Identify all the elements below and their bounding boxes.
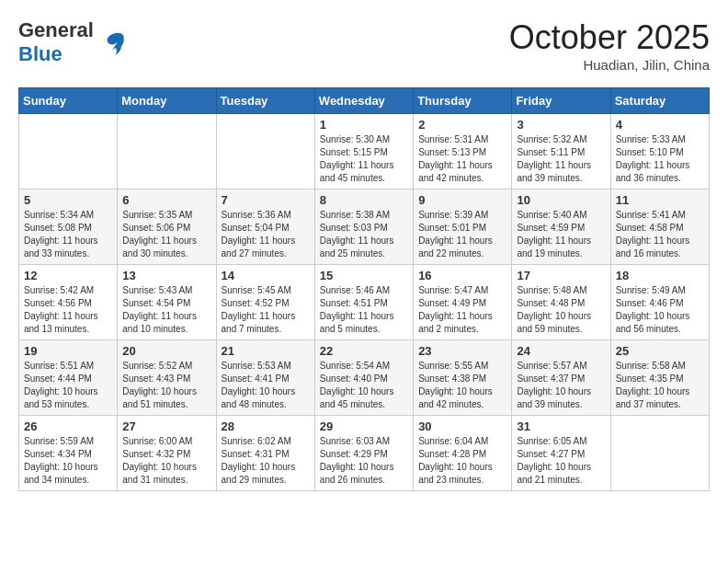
day-number: 19 (24, 344, 112, 358)
day-info: Sunrise: 5:35 AM Sunset: 5:06 PM Dayligh… (122, 209, 210, 260)
calendar-cell: 13Sunrise: 5:43 AM Sunset: 4:54 PM Dayli… (118, 265, 216, 340)
day-number: 26 (24, 419, 112, 433)
calendar-cell: 17Sunrise: 5:48 AM Sunset: 4:48 PM Dayli… (512, 265, 610, 340)
calendar-cell: 23Sunrise: 5:55 AM Sunset: 4:38 PM Dayli… (414, 340, 512, 416)
day-info: Sunrise: 5:53 AM Sunset: 4:41 PM Dayligh… (222, 360, 310, 411)
calendar-cell: 15Sunrise: 5:46 AM Sunset: 4:51 PM Dayli… (314, 265, 413, 340)
day-info: Sunrise: 5:40 AM Sunset: 4:59 PM Dayligh… (517, 209, 605, 260)
day-number: 18 (616, 269, 704, 282)
logo-bird-icon (97, 28, 127, 57)
day-info: Sunrise: 5:57 AM Sunset: 4:37 PM Dayligh… (517, 360, 605, 411)
day-number: 11 (616, 193, 704, 207)
calendar-cell (118, 114, 216, 190)
day-number: 2 (418, 118, 506, 132)
day-info: Sunrise: 5:36 AM Sunset: 5:04 PM Dayligh… (222, 209, 310, 260)
weekday-header-friday: Friday (512, 88, 610, 114)
day-number: 6 (122, 193, 210, 207)
calendar-week-3: 12Sunrise: 5:42 AM Sunset: 4:56 PM Dayli… (19, 265, 710, 340)
calendar-cell: 1Sunrise: 5:30 AM Sunset: 5:15 PM Daylig… (314, 114, 413, 190)
calendar-cell: 6Sunrise: 5:35 AM Sunset: 5:06 PM Daylig… (118, 190, 216, 265)
weekday-header-tuesday: Tuesday (216, 88, 314, 114)
day-info: Sunrise: 5:55 AM Sunset: 4:38 PM Dayligh… (418, 360, 506, 411)
day-number: 27 (122, 419, 210, 433)
day-info: Sunrise: 5:59 AM Sunset: 4:34 PM Dayligh… (24, 435, 112, 487)
calendar-cell: 2Sunrise: 5:31 AM Sunset: 5:13 PM Daylig… (414, 114, 512, 190)
calendar-cell: 16Sunrise: 5:47 AM Sunset: 4:49 PM Dayli… (414, 265, 512, 340)
calendar-cell: 12Sunrise: 5:42 AM Sunset: 4:56 PM Dayli… (19, 265, 118, 340)
calendar-cell: 14Sunrise: 5:45 AM Sunset: 4:52 PM Dayli… (216, 265, 314, 340)
day-number: 4 (616, 118, 704, 132)
calendar-week-4: 19Sunrise: 5:51 AM Sunset: 4:44 PM Dayli… (19, 340, 710, 416)
day-number: 15 (320, 269, 408, 282)
day-info: Sunrise: 5:48 AM Sunset: 4:48 PM Dayligh… (517, 284, 605, 336)
weekday-row: SundayMondayTuesdayWednesdayThursdayFrid… (19, 88, 710, 114)
day-info: Sunrise: 5:54 AM Sunset: 4:40 PM Dayligh… (320, 360, 408, 411)
weekday-header-thursday: Thursday (414, 88, 512, 114)
day-number: 31 (517, 419, 605, 433)
day-number: 30 (418, 419, 506, 433)
day-number: 14 (222, 269, 310, 282)
day-number: 13 (122, 269, 210, 282)
day-number: 24 (517, 344, 605, 358)
day-number: 8 (320, 193, 408, 207)
calendar-cell: 4Sunrise: 5:33 AM Sunset: 5:10 PM Daylig… (610, 114, 709, 190)
location: Huadian, Jilin, China (509, 57, 710, 73)
day-number: 7 (222, 193, 310, 207)
calendar-cell: 11Sunrise: 5:41 AM Sunset: 4:58 PM Dayli… (610, 190, 709, 265)
calendar-table: SundayMondayTuesdayWednesdayThursdayFrid… (18, 87, 710, 491)
day-info: Sunrise: 6:03 AM Sunset: 4:29 PM Dayligh… (320, 435, 408, 487)
day-number: 17 (517, 269, 605, 282)
calendar-week-2: 5Sunrise: 5:34 AM Sunset: 5:08 PM Daylig… (19, 190, 710, 265)
calendar-cell: 18Sunrise: 5:49 AM Sunset: 4:46 PM Dayli… (610, 265, 709, 340)
logo: General Blue (18, 18, 127, 66)
calendar-week-1: 1Sunrise: 5:30 AM Sunset: 5:15 PM Daylig… (19, 114, 710, 190)
day-number: 10 (517, 193, 605, 207)
day-info: Sunrise: 5:42 AM Sunset: 4:56 PM Dayligh… (24, 284, 112, 336)
calendar-cell: 24Sunrise: 5:57 AM Sunset: 4:37 PM Dayli… (512, 340, 610, 416)
day-info: Sunrise: 5:34 AM Sunset: 5:08 PM Dayligh… (24, 209, 112, 260)
weekday-header-sunday: Sunday (19, 88, 118, 114)
calendar-header: SundayMondayTuesdayWednesdayThursdayFrid… (19, 88, 710, 114)
day-info: Sunrise: 5:52 AM Sunset: 4:43 PM Dayligh… (122, 360, 210, 411)
day-info: Sunrise: 5:33 AM Sunset: 5:10 PM Dayligh… (616, 133, 704, 185)
day-number: 22 (320, 344, 408, 358)
calendar-cell: 28Sunrise: 6:02 AM Sunset: 4:31 PM Dayli… (216, 416, 314, 491)
day-number: 3 (517, 118, 605, 132)
calendar-week-5: 26Sunrise: 5:59 AM Sunset: 4:34 PM Dayli… (19, 416, 710, 491)
calendar-cell: 5Sunrise: 5:34 AM Sunset: 5:08 PM Daylig… (19, 190, 118, 265)
day-info: Sunrise: 5:32 AM Sunset: 5:11 PM Dayligh… (517, 133, 605, 185)
calendar-cell: 22Sunrise: 5:54 AM Sunset: 4:40 PM Dayli… (314, 340, 413, 416)
day-number: 5 (24, 193, 112, 207)
month-title: October 2025 (509, 18, 710, 57)
day-number: 16 (418, 269, 506, 282)
day-info: Sunrise: 5:51 AM Sunset: 4:44 PM Dayligh… (24, 360, 112, 411)
calendar-cell: 25Sunrise: 5:58 AM Sunset: 4:35 PM Dayli… (610, 340, 709, 416)
calendar-cell: 7Sunrise: 5:36 AM Sunset: 5:04 PM Daylig… (216, 190, 314, 265)
day-info: Sunrise: 5:30 AM Sunset: 5:15 PM Dayligh… (320, 133, 408, 185)
day-info: Sunrise: 5:38 AM Sunset: 5:03 PM Dayligh… (320, 209, 408, 260)
day-number: 25 (616, 344, 704, 358)
calendar-cell (19, 114, 118, 190)
day-info: Sunrise: 5:46 AM Sunset: 4:51 PM Dayligh… (320, 284, 408, 336)
calendar-cell: 3Sunrise: 5:32 AM Sunset: 5:11 PM Daylig… (512, 114, 610, 190)
day-info: Sunrise: 6:00 AM Sunset: 4:32 PM Dayligh… (122, 435, 210, 487)
day-info: Sunrise: 5:45 AM Sunset: 4:52 PM Dayligh… (222, 284, 310, 336)
day-info: Sunrise: 5:43 AM Sunset: 4:54 PM Dayligh… (122, 284, 210, 336)
day-number: 1 (320, 118, 408, 132)
day-info: Sunrise: 5:47 AM Sunset: 4:49 PM Dayligh… (418, 284, 506, 336)
calendar-cell: 29Sunrise: 6:03 AM Sunset: 4:29 PM Dayli… (314, 416, 413, 491)
calendar-cell: 8Sunrise: 5:38 AM Sunset: 5:03 PM Daylig… (314, 190, 413, 265)
day-info: Sunrise: 6:02 AM Sunset: 4:31 PM Dayligh… (222, 435, 310, 487)
logo-blue: Blue (18, 42, 63, 65)
day-info: Sunrise: 5:58 AM Sunset: 4:35 PM Dayligh… (616, 360, 704, 411)
weekday-header-monday: Monday (118, 88, 216, 114)
calendar-cell: 26Sunrise: 5:59 AM Sunset: 4:34 PM Dayli… (19, 416, 118, 491)
day-number: 20 (122, 344, 210, 358)
day-number: 21 (222, 344, 310, 358)
calendar-cell (216, 114, 314, 190)
calendar-cell: 20Sunrise: 5:52 AM Sunset: 4:43 PM Dayli… (118, 340, 216, 416)
day-info: Sunrise: 5:31 AM Sunset: 5:13 PM Dayligh… (418, 133, 506, 185)
day-info: Sunrise: 5:49 AM Sunset: 4:46 PM Dayligh… (616, 284, 704, 336)
calendar-cell: 9Sunrise: 5:39 AM Sunset: 5:01 PM Daylig… (414, 190, 512, 265)
calendar-cell: 27Sunrise: 6:00 AM Sunset: 4:32 PM Dayli… (118, 416, 216, 491)
